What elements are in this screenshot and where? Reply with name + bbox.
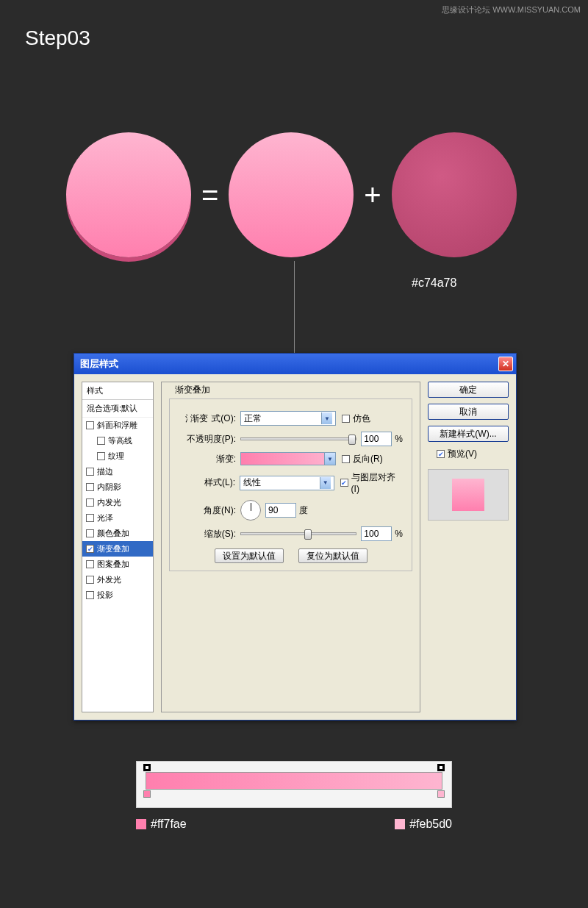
step-title: Step03 <box>25 26 90 50</box>
style-item-label: 内阴影 <box>97 482 121 493</box>
blend-mode-value: 正常 <box>244 412 262 425</box>
swatch-right <box>395 819 405 829</box>
style-item-4[interactable]: 内阴影 <box>82 479 153 495</box>
style-item-label: 投影 <box>97 590 113 601</box>
watermark-text: 思缘设计论坛 WWW.MISSYUAN.COM <box>442 4 581 15</box>
style-item-0[interactable]: 斜面和浮雕 <box>82 418 153 433</box>
dialog-titlebar[interactable]: 图层样式 ✕ <box>74 354 516 374</box>
ok-button[interactable]: 确定 <box>428 382 509 398</box>
preview-label: 预览(V) <box>448 448 477 460</box>
set-default-button[interactable]: 设置为默认值 <box>215 548 284 563</box>
style-item-label: 纹理 <box>108 451 124 462</box>
checkbox-icon <box>86 498 94 507</box>
angle-unit: 度 <box>299 504 308 517</box>
opacity-unit: % <box>395 434 403 444</box>
color-stop-left[interactable] <box>143 790 151 798</box>
style-item-2[interactable]: 纹理 <box>82 448 153 464</box>
style-item-1[interactable]: 等高线 <box>82 433 153 448</box>
hex-right-value: #feb5d0 <box>409 818 452 831</box>
checkbox-icon <box>86 421 94 429</box>
color-stop-right[interactable] <box>437 790 445 798</box>
opacity-stop-left[interactable] <box>143 764 151 771</box>
chevron-down-icon: ▼ <box>324 453 335 465</box>
opacity-label: 不透明度(P): <box>179 433 236 446</box>
preview-swatch <box>452 479 484 511</box>
scale-label: 缩放(S): <box>179 528 236 540</box>
base-circle <box>392 132 517 257</box>
style-item-label: 外发光 <box>97 574 121 585</box>
dither-checkbox[interactable]: 仿色 <box>342 412 370 425</box>
opacity-stop-right[interactable] <box>437 764 445 771</box>
style-item-5[interactable]: 内发光 <box>82 495 153 510</box>
opacity-slider[interactable] <box>240 437 356 440</box>
cancel-button[interactable]: 取消 <box>428 404 509 420</box>
preview-checkbox[interactable]: ✔ 预览(V) <box>437 448 509 460</box>
align-label: 与图层对齐(I) <box>351 471 403 494</box>
checkbox-icon <box>86 483 94 491</box>
reverse-label: 反向(R) <box>353 453 383 465</box>
style-item-6[interactable]: 光泽 <box>82 510 153 526</box>
angle-input[interactable]: 90 <box>265 503 296 518</box>
checkbox-icon: ✔ <box>340 479 348 487</box>
hex-left: #ff7fae <box>136 818 187 831</box>
reset-default-button[interactable]: 复位为默认值 <box>298 548 368 563</box>
angle-dial[interactable] <box>240 500 261 521</box>
checkbox-icon: ✔ <box>437 450 445 458</box>
checkbox-icon: ✔ <box>86 545 94 553</box>
subsection-title: 渐变 <box>187 412 211 425</box>
close-button[interactable]: ✕ <box>498 357 513 371</box>
style-item-8[interactable]: ✔渐变叠加 <box>82 541 153 557</box>
style-item-7[interactable]: 颜色叠加 <box>82 526 153 541</box>
style-item-10[interactable]: 外发光 <box>82 572 153 587</box>
result-circle <box>66 132 191 257</box>
settings-panel: 渐变叠加 渐变 混合模式(O): 正常 ▼ 仿色 不透明度(P): <box>161 382 420 712</box>
gradient-bar[interactable] <box>146 772 442 790</box>
circle-equation: = + <box>66 132 517 257</box>
blend-options-item[interactable]: 混合选项:默认 <box>82 400 153 418</box>
style-item-label: 光泽 <box>97 512 113 523</box>
styles-header[interactable]: 样式 <box>82 382 153 400</box>
angle-label: 角度(N): <box>179 504 236 517</box>
hex-right: #feb5d0 <box>395 818 452 831</box>
new-style-button[interactable]: 新建样式(W)... <box>428 426 509 442</box>
style-item-label: 图案叠加 <box>97 559 129 570</box>
right-button-panel: 确定 取消 新建样式(W)... ✔ 预览(V) <box>428 382 509 712</box>
style-label: 样式(L): <box>179 476 235 489</box>
checkbox-icon <box>86 560 94 568</box>
scale-input[interactable]: 100 <box>361 526 392 541</box>
style-item-label: 颜色叠加 <box>97 528 129 539</box>
style-item-label: 等高线 <box>108 435 132 446</box>
chevron-down-icon: ▼ <box>321 412 332 424</box>
align-checkbox[interactable]: ✔ 与图层对齐(I) <box>340 471 403 494</box>
checkbox-icon <box>86 529 94 537</box>
chevron-down-icon: ▼ <box>320 477 331 489</box>
equals-sign: = <box>201 179 218 212</box>
section-title: 渐变叠加 <box>172 384 213 396</box>
dialog-title: 图层样式 <box>80 357 118 371</box>
gradient-label: 渐变: <box>179 453 236 465</box>
hex-left-value: #ff7fae <box>151 818 187 831</box>
gradient-editor <box>136 761 452 808</box>
checkbox-icon <box>342 415 350 423</box>
style-select[interactable]: 线性 ▼ <box>240 476 334 490</box>
connector-line <box>294 261 295 353</box>
style-item-3[interactable]: 描边 <box>82 464 153 479</box>
layer-style-dialog: 图层样式 ✕ 样式 混合选项:默认 斜面和浮雕等高线纹理描边内阴影内发光光泽颜色… <box>74 353 517 721</box>
style-item-9[interactable]: 图案叠加 <box>82 557 153 572</box>
base-circle-hex: #c74a78 <box>412 276 456 290</box>
gradient-circle <box>229 132 354 257</box>
style-item-label: 渐变叠加 <box>97 543 129 554</box>
checkbox-icon <box>86 468 94 476</box>
gradient-picker[interactable]: ▼ <box>240 452 336 465</box>
checkbox-icon <box>342 455 350 463</box>
reverse-checkbox[interactable]: 反向(R) <box>342 453 383 465</box>
blend-mode-select[interactable]: 正常 ▼ <box>240 411 336 426</box>
gradient-hex-row: #ff7fae #feb5d0 <box>136 818 452 831</box>
opacity-input[interactable]: 100 <box>361 432 392 446</box>
style-item-11[interactable]: 投影 <box>82 587 153 603</box>
close-icon: ✕ <box>502 359 509 369</box>
styles-list-panel: 样式 混合选项:默认 斜面和浮雕等高线纹理描边内阴影内发光光泽颜色叠加✔渐变叠加… <box>82 382 154 712</box>
style-value: 线性 <box>243 476 261 489</box>
scale-slider[interactable] <box>240 532 356 535</box>
style-item-label: 内发光 <box>97 497 121 508</box>
